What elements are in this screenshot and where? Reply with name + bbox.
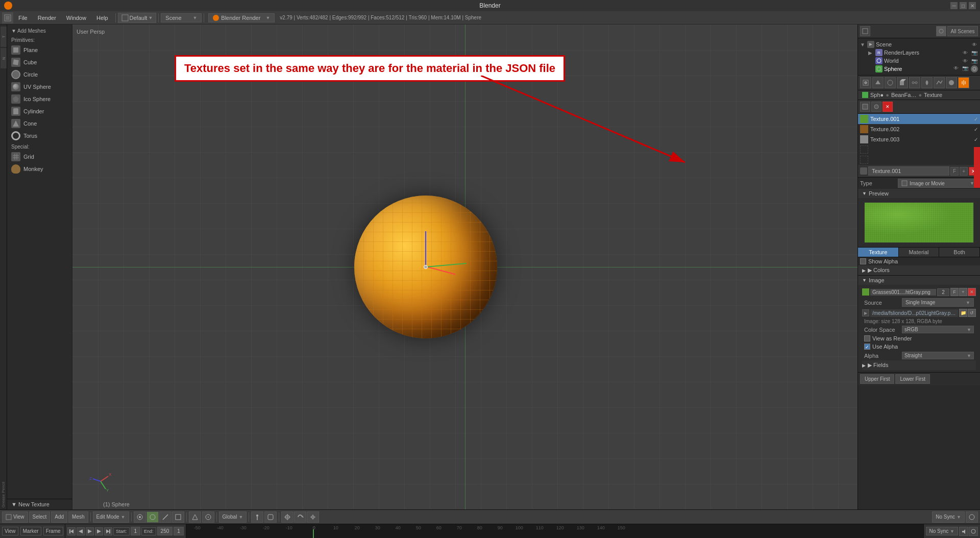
texture-item-001[interactable]: Texture.001 ✓ — [858, 114, 980, 124]
prev-frame-btn[interactable] — [77, 527, 85, 535]
last-frame-btn[interactable] — [104, 527, 112, 535]
world-render-icon[interactable]: 📷 — [971, 58, 978, 64]
rl-render-icon[interactable]: 📷 — [971, 50, 978, 56]
primitive-torus[interactable]: Torus — [7, 130, 72, 142]
rl-eye-icon[interactable]: 👁 — [962, 50, 969, 56]
object-tab[interactable] — [897, 77, 908, 88]
image-header[interactable]: ▼ Image — [858, 276, 980, 285]
view-menu-btn[interactable]: View — [2, 511, 28, 523]
type-dropdown[interactable]: Image or Movie ▼ — [898, 179, 978, 188]
use-alpha-checkbox[interactable] — [864, 344, 870, 350]
mode-dropdown[interactable]: Edit Mode ▼ — [93, 511, 129, 523]
minimize-button[interactable]: ─ — [950, 2, 958, 9]
special-grid[interactable]: Grid — [7, 151, 72, 163]
end-frame[interactable]: 250 — [157, 527, 173, 535]
current-frame[interactable]: 1 — [174, 527, 184, 535]
viewport-overlay-btn[interactable] — [966, 511, 978, 523]
tab-texture[interactable]: Texture — [858, 248, 899, 257]
menu-file[interactable]: File — [13, 14, 33, 22]
show-alpha-checkbox[interactable] — [860, 258, 866, 264]
primitive-uvsphere[interactable]: UV Sphere — [7, 81, 72, 93]
strip-tab-tools[interactable]: T — [1, 27, 7, 47]
snap-btn[interactable] — [251, 511, 263, 523]
first-frame-btn[interactable] — [67, 527, 76, 535]
sphere-eye-icon[interactable]: 👁 — [952, 65, 960, 72]
special-monkey[interactable]: Monkey — [7, 163, 72, 175]
timeline-view-btn[interactable]: View — [2, 527, 18, 535]
texture-item-empty-1[interactable] — [858, 144, 980, 155]
filepath-text[interactable]: /media/fsliondo/D...p02LightGray.png — [870, 309, 958, 317]
edge-btn[interactable] — [159, 511, 172, 523]
face-btn[interactable] — [172, 511, 184, 523]
render-tab[interactable] — [860, 77, 871, 88]
strip-tab-ui[interactable]: N — [1, 48, 7, 68]
play-btn[interactable] — [86, 527, 94, 535]
world-tab[interactable] — [885, 77, 896, 88]
image-num[interactable]: 2 — [937, 288, 949, 296]
snap-type-btn[interactable] — [264, 511, 277, 523]
tex-toolbar-btn-2[interactable] — [871, 102, 881, 112]
timeline-marker-btn[interactable]: Marker — [20, 527, 41, 535]
texture-name-field[interactable]: Texture.001 — [868, 166, 949, 176]
texture-item-003[interactable]: Texture.003 ✓ — [858, 134, 980, 144]
vertex-btn[interactable] — [146, 511, 159, 523]
material-tab[interactable] — [946, 77, 957, 88]
close-button[interactable]: ✕ — [969, 2, 976, 9]
colorspace-dropdown[interactable]: sRGB ▼ — [902, 326, 974, 333]
render-engine-dropdown[interactable]: Blender Render ▼ — [208, 13, 275, 22]
alpha-dropdown[interactable]: Straight ▼ — [902, 352, 974, 359]
pivot-btn[interactable] — [134, 511, 146, 523]
outliner-world[interactable]: World 👁 📷 — [860, 57, 978, 65]
global-dropdown[interactable]: Global ▼ — [219, 511, 247, 523]
texture-item-empty-2[interactable] — [858, 155, 980, 165]
scale-btn[interactable] — [307, 511, 319, 523]
scene-dropdown[interactable]: Scene ▼ — [161, 13, 202, 22]
timeline-scrubber[interactable]: -50 -40 -30 -20 -10 0 10 20 30 40 50 60 … — [186, 524, 923, 538]
primitive-plane[interactable]: Plane — [7, 44, 72, 56]
no-sync-dropdown[interactable]: No Sync ▼ — [926, 527, 959, 535]
tex-toolbar-btn-1[interactable] — [860, 102, 870, 112]
source-dropdown[interactable]: Single Image ▼ — [902, 298, 974, 307]
primitive-cube[interactable]: Cube — [7, 56, 72, 68]
upper-first-btn[interactable]: Upper First — [860, 374, 894, 384]
texture-item-002[interactable]: Texture.002 ✓ — [858, 124, 980, 134]
tab-material[interactable]: Material — [899, 248, 940, 257]
texture-plus-btn[interactable]: + — [960, 167, 968, 176]
world-eye-icon[interactable]: 👁 — [962, 58, 969, 64]
layout-dropdown[interactable]: Default — [130, 15, 148, 21]
fields-header[interactable]: ▶ ▶ Fields — [862, 360, 976, 370]
colors-header[interactable]: ▶ ▶ Colors — [858, 265, 980, 275]
image-x-btn[interactable]: ✕ — [968, 288, 976, 296]
outliner-properties-btn[interactable] — [936, 26, 946, 36]
start-frame[interactable]: 1 — [131, 527, 141, 535]
tab-both[interactable]: Both — [939, 248, 980, 257]
menu-render[interactable]: Render — [33, 14, 61, 22]
primitive-icosphere[interactable]: Ico Sphere — [7, 93, 72, 105]
data-tab[interactable] — [934, 77, 945, 88]
rotate-btn[interactable] — [294, 511, 306, 523]
outliner-screen-btn[interactable] — [860, 26, 870, 36]
scene-tab[interactable] — [872, 77, 884, 88]
select-menu-btn[interactable]: Select — [29, 511, 51, 523]
lower-first-btn[interactable]: Lower First — [895, 374, 929, 384]
modifier-tab[interactable] — [921, 77, 933, 88]
filepath-reload-btn[interactable]: ↺ — [968, 309, 976, 317]
constraints-tab[interactable] — [909, 77, 920, 88]
select-mode-btn[interactable] — [189, 511, 201, 523]
outliner-renderlayers[interactable]: ▶ R RenderLayers 👁 📷 — [860, 48, 978, 57]
filepath-browse-btn[interactable]: 📁 — [959, 309, 967, 317]
timeline-frame-btn[interactable]: Frame — [43, 527, 63, 535]
next-frame-btn[interactable] — [95, 527, 103, 535]
primitive-cone[interactable]: Cone — [7, 117, 72, 130]
sync-btn[interactable] — [969, 527, 978, 536]
add-menu-btn[interactable]: Add — [51, 511, 67, 523]
primitive-cylinder[interactable]: Cylinder — [7, 105, 72, 117]
scene-eye-icon[interactable]: 👁 — [971, 42, 978, 47]
outliner-search-btn[interactable]: All Scenes — [947, 26, 978, 36]
outliner-scene[interactable]: ▼ Scene 👁 — [860, 40, 978, 48]
grab-btn[interactable] — [281, 511, 293, 523]
screen-type-selector[interactable] — [2, 12, 13, 23]
outliner-sphere[interactable]: Sphere 👁 📷 — [860, 65, 978, 73]
proportional-btn[interactable] — [202, 511, 214, 523]
tex-check-002[interactable]: ✓ — [974, 127, 978, 132]
